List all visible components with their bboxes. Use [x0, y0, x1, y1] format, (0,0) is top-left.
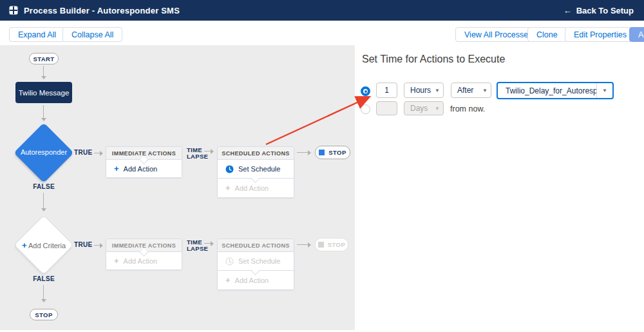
time-lapse-label: TIME LAPSE: [187, 239, 208, 252]
app-header: Process Builder - Autoresponder SMS ← Ba…: [0, 0, 644, 21]
chevron-down-icon: ▼: [479, 88, 491, 93]
page-title: Process Builder - Autoresponder SMS: [24, 6, 180, 15]
clock-icon: [225, 257, 234, 266]
start-node: START: [29, 53, 59, 64]
immediate-actions-box-2: IMMEDIATE ACTIONS + Add Action: [106, 239, 182, 270]
time-value-input[interactable]: 1: [376, 83, 397, 98]
scheduled-actions-box-2: SCHEDULED ACTIONS Set Schedule + Add Act…: [217, 239, 294, 290]
schedule-radio-after-field[interactable]: [361, 86, 370, 96]
scheduled-actions-header: SCHEDULED ACTIONS: [218, 147, 294, 160]
time-unit-select[interactable]: Hours ▼: [404, 83, 444, 98]
date-reference-combobox[interactable]: Twilio_Delay_for_Autoresponde ▼: [497, 82, 614, 99]
time-value-input-disabled: [376, 101, 397, 115]
criteria-node-add-criteria[interactable]: [14, 215, 73, 275]
edit-properties-button[interactable]: Edit Properties: [565, 27, 636, 42]
true-label: TRUE: [74, 241, 92, 248]
process-canvas: START Twilio Message Autoresponder TRUE …: [0, 45, 355, 330]
collapse-all-button[interactable]: Collapse All: [62, 27, 122, 42]
time-lapse-label: TIME LAPSE: [187, 147, 208, 160]
false-label: FALSE: [26, 183, 62, 190]
connector-arrow: [204, 243, 213, 244]
activate-button[interactable]: Activate: [629, 27, 644, 42]
scheduled-actions-header: SCHEDULED ACTIONS: [218, 239, 294, 252]
criteria-node-autoresponder[interactable]: [14, 122, 73, 182]
stop-node-1: STOP: [315, 146, 350, 159]
connector-arrow: [204, 151, 213, 151]
schedule-panel: Set Time for Actions to Execute 1 Hours …: [355, 45, 644, 332]
chevron-down-icon: ▼: [431, 88, 443, 93]
scheduled-actions-box-1: SCHEDULED ACTIONS Set Schedule + Add Act…: [217, 146, 294, 198]
chevron-down-icon: ▼: [596, 83, 612, 98]
from-now-label: from now.: [450, 104, 485, 113]
clone-button[interactable]: Clone: [527, 27, 567, 42]
time-unit-select-disabled: Days ▼: [404, 101, 444, 115]
plus-icon: +: [225, 183, 231, 193]
connector-arrow: [43, 105, 44, 121]
immediate-actions-box-1: IMMEDIATE ACTIONS + Add Action: [106, 146, 182, 178]
connector-arrow: [43, 193, 44, 211]
direction-select[interactable]: After ▼: [451, 83, 491, 98]
panel-title: Set Time for Actions to Execute: [362, 54, 505, 65]
expand-all-button[interactable]: Expand All: [9, 27, 65, 42]
back-to-setup-link[interactable]: ← Back To Setup: [564, 0, 634, 21]
process-builder-icon: [9, 6, 18, 15]
false-label: FALSE: [26, 275, 62, 282]
connector-arrow: [297, 152, 310, 153]
stop-node-2-disabled: STOP: [315, 238, 348, 251]
plus-icon: +: [114, 164, 119, 173]
stop-node-bottom: STOP: [30, 309, 58, 320]
connector-arrow: [94, 153, 102, 153]
stop-square-icon: [318, 242, 324, 248]
connector-arrow: [43, 66, 44, 79]
connector-arrow: [297, 244, 310, 245]
plus-icon: +: [114, 256, 119, 266]
schedule-radio-from-now[interactable]: [361, 104, 370, 114]
toolbar: Expand All Collapse All View All Process…: [0, 21, 644, 45]
trigger-node-twilio-message[interactable]: Twilio Message: [15, 82, 72, 103]
clock-icon: [225, 165, 234, 173]
connector-arrow: [94, 245, 102, 246]
back-arrow-icon: ←: [564, 6, 572, 15]
chevron-down-icon: ▼: [431, 106, 443, 112]
connector-arrow: [43, 285, 44, 302]
stop-square-icon: [319, 150, 325, 155]
true-label: TRUE: [74, 149, 92, 156]
plus-icon: +: [225, 275, 231, 285]
